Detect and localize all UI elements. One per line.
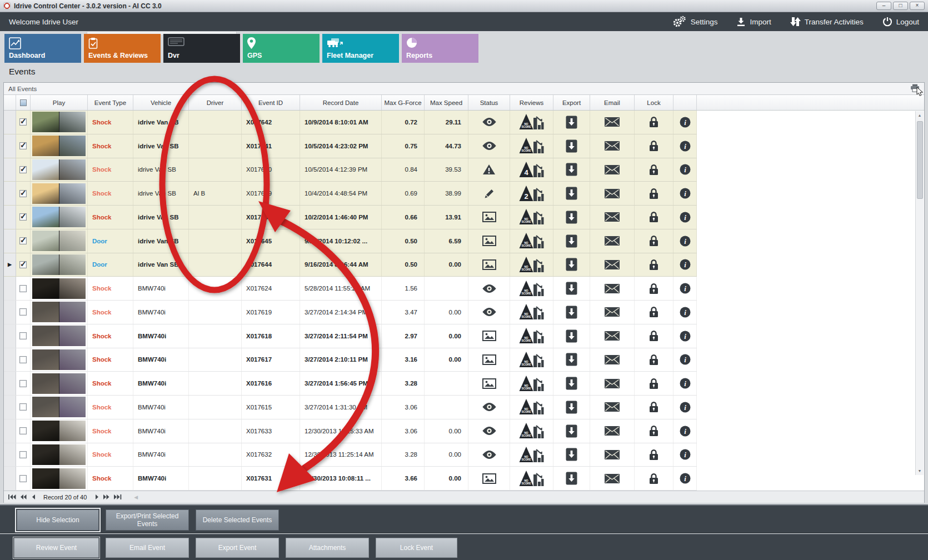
column-header-date[interactable]: Record Date [300,95,382,110]
export-icon[interactable] [553,229,590,253]
event-thumbnail[interactable] [32,136,86,156]
email-icon[interactable] [590,467,635,490]
info-icon[interactable]: i [673,253,697,277]
email-icon[interactable] [590,301,635,324]
email-icon[interactable] [590,277,635,300]
export-icon[interactable] [553,182,590,205]
review-event-button[interactable]: Review Event [14,538,99,558]
lock-icon[interactable] [635,134,673,158]
row-checkbox[interactable] [19,308,27,316]
table-row[interactable]: ShockBMW740iX0176193/27/2014 2:14:34 PM3… [4,301,697,324]
export-icon[interactable] [553,372,590,395]
row-checkbox[interactable] [19,118,27,126]
info-icon[interactable]: i [673,229,697,253]
review-score-icon[interactable]: NOSCORE [510,134,553,158]
minimize-button[interactable]: – [876,2,891,10]
export-icon[interactable] [553,396,590,419]
export-icon[interactable] [553,348,590,372]
row-checkbox[interactable] [19,475,27,482]
pager-fast-next-button[interactable] [102,494,111,500]
event-thumbnail[interactable] [32,254,86,275]
event-thumbnail[interactable] [32,278,86,299]
lock-icon[interactable] [635,277,673,300]
review-score-icon[interactable]: NOSCORE [510,301,553,324]
column-header-spd[interactable]: Max Speed [425,95,468,110]
export-icon[interactable] [553,443,590,467]
info-icon[interactable]: i [673,158,697,182]
email-icon[interactable] [590,206,635,229]
email-event-button[interactable]: Email Event [106,538,189,558]
column-header-drv[interactable]: Driver [189,95,242,110]
maximize-button[interactable]: □ [893,2,908,10]
review-score-icon[interactable]: NOSCORE [510,111,553,134]
export-icon[interactable] [553,253,590,277]
lock-icon[interactable] [635,372,673,395]
row-checkbox[interactable] [19,356,27,363]
row-checkbox[interactable] [19,451,27,458]
export-icon[interactable] [553,206,590,229]
delete-selected-events-button[interactable]: Delete Selected Events [196,509,279,531]
column-header-g[interactable]: Max G-Force [382,95,425,110]
pager-fast-prev-button[interactable] [19,494,28,500]
info-icon[interactable]: i [673,277,697,300]
tab-dashboard[interactable]: Dashboard [4,34,81,63]
column-header-eid[interactable]: Event ID [242,95,300,110]
export-icon[interactable] [553,301,590,324]
export-icon[interactable] [553,277,590,300]
lock-icon[interactable] [635,229,673,253]
info-icon[interactable]: i [673,134,697,158]
event-thumbnail[interactable] [32,397,86,417]
column-header-play[interactable]: Play [31,95,88,110]
event-thumbnail[interactable] [32,421,86,441]
event-thumbnail[interactable] [32,302,86,322]
export-icon[interactable] [553,158,590,182]
column-header-type[interactable]: Event Type [88,95,133,110]
lock-icon[interactable] [635,324,673,348]
email-icon[interactable] [590,158,635,182]
tab-fleet-manager[interactable]: Fleet Manager [322,34,399,63]
review-score-icon[interactable]: NOSCORE [510,443,553,467]
row-checkbox[interactable] [19,427,27,434]
action-import[interactable]: Import [736,17,771,27]
email-icon[interactable] [590,372,635,395]
close-button[interactable]: × [910,2,925,10]
table-row[interactable]: ShockBMW740iX0176183/27/2014 2:11:54 PM2… [4,324,697,348]
pager-first-button[interactable] [7,494,17,500]
lock-icon[interactable] [635,111,673,134]
attachments-button[interactable]: Attachments [286,538,369,558]
event-thumbnail[interactable] [32,373,86,394]
row-checkbox[interactable] [19,403,27,411]
table-row[interactable]: ShockBMW740iX0176173/27/2014 2:10:11 PM3… [4,348,697,372]
tab-dvr[interactable]: Dvr [163,34,240,63]
pager-last-button[interactable] [113,494,123,500]
column-header-info[interactable] [673,95,697,110]
scroll-down-arrow[interactable]: ▼ [916,467,924,475]
export-icon[interactable] [553,134,590,158]
email-icon[interactable] [590,419,635,443]
export-icon[interactable] [553,111,590,134]
row-checkbox[interactable] [19,380,27,387]
email-icon[interactable] [590,229,635,253]
lock-icon[interactable] [635,348,673,372]
export-event-button[interactable]: Export Event [196,538,279,558]
info-icon[interactable]: i [673,348,697,372]
table-row[interactable]: ShockBMW740iX0176163/27/2014 1:56:45 PM3… [4,372,697,396]
row-checkbox[interactable] [19,190,27,197]
table-row[interactable]: ShockBMW740iX01763312/30/2013 11:25:33 A… [4,419,697,443]
info-icon[interactable]: i [673,396,697,419]
review-score-icon[interactable]: 2 [510,182,553,205]
info-icon[interactable]: i [673,467,697,490]
table-row[interactable]: ▶Dooridrive Van SBX0176449/16/2014 8:06:… [4,253,697,277]
review-score-icon[interactable]: NOSCORE [510,372,553,395]
review-score-icon[interactable]: NOSCORE [510,229,553,253]
column-header-ind[interactable] [4,95,16,110]
table-row[interactable]: Shockidrive Van SBX01764010/5/2014 4:12:… [4,158,697,182]
column-header-email[interactable]: Email [590,95,635,110]
event-thumbnail[interactable] [32,183,86,204]
info-icon[interactable]: i [673,182,697,205]
vertical-scrollbar[interactable]: ▲ ▼ [915,111,924,475]
table-row[interactable]: ShockBMW740iX01763112/30/2013 10:08:11 .… [4,467,697,491]
email-icon[interactable] [590,348,635,372]
print-button[interactable] [910,84,920,92]
event-thumbnail[interactable] [32,112,86,132]
